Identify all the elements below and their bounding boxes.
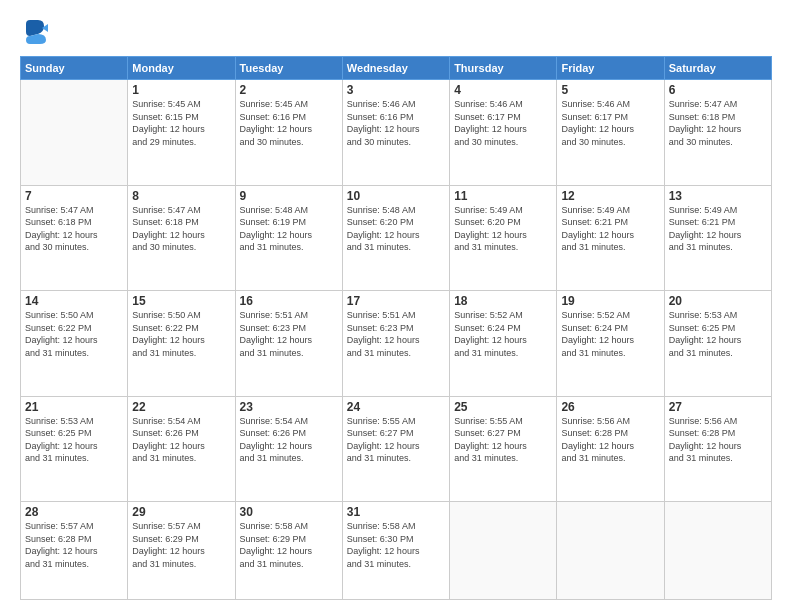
- day-number: 18: [454, 294, 552, 308]
- calendar-cell: 8Sunrise: 5:47 AM Sunset: 6:18 PM Daylig…: [128, 185, 235, 291]
- calendar-cell: 29Sunrise: 5:57 AM Sunset: 6:29 PM Dayli…: [128, 502, 235, 600]
- day-info: Sunrise: 5:58 AM Sunset: 6:29 PM Dayligh…: [240, 520, 338, 570]
- day-number: 10: [347, 189, 445, 203]
- day-number: 2: [240, 83, 338, 97]
- day-info: Sunrise: 5:47 AM Sunset: 6:18 PM Dayligh…: [25, 204, 123, 254]
- calendar-cell: 30Sunrise: 5:58 AM Sunset: 6:29 PM Dayli…: [235, 502, 342, 600]
- day-info: Sunrise: 5:47 AM Sunset: 6:18 PM Dayligh…: [669, 98, 767, 148]
- calendar-cell: 7Sunrise: 5:47 AM Sunset: 6:18 PM Daylig…: [21, 185, 128, 291]
- header-friday: Friday: [557, 57, 664, 80]
- calendar-cell: 17Sunrise: 5:51 AM Sunset: 6:23 PM Dayli…: [342, 291, 449, 397]
- calendar-table: Sunday Monday Tuesday Wednesday Thursday…: [20, 56, 772, 600]
- day-number: 31: [347, 505, 445, 519]
- day-info: Sunrise: 5:49 AM Sunset: 6:21 PM Dayligh…: [669, 204, 767, 254]
- day-info: Sunrise: 5:53 AM Sunset: 6:25 PM Dayligh…: [25, 415, 123, 465]
- day-info: Sunrise: 5:54 AM Sunset: 6:26 PM Dayligh…: [132, 415, 230, 465]
- header-thursday: Thursday: [450, 57, 557, 80]
- calendar-cell: 6Sunrise: 5:47 AM Sunset: 6:18 PM Daylig…: [664, 80, 771, 186]
- calendar-cell: 14Sunrise: 5:50 AM Sunset: 6:22 PM Dayli…: [21, 291, 128, 397]
- day-info: Sunrise: 5:55 AM Sunset: 6:27 PM Dayligh…: [454, 415, 552, 465]
- day-info: Sunrise: 5:56 AM Sunset: 6:28 PM Dayligh…: [561, 415, 659, 465]
- calendar-cell: [557, 502, 664, 600]
- header-tuesday: Tuesday: [235, 57, 342, 80]
- calendar-cell: 18Sunrise: 5:52 AM Sunset: 6:24 PM Dayli…: [450, 291, 557, 397]
- day-info: Sunrise: 5:46 AM Sunset: 6:17 PM Dayligh…: [454, 98, 552, 148]
- calendar-cell: 1Sunrise: 5:45 AM Sunset: 6:15 PM Daylig…: [128, 80, 235, 186]
- header-monday: Monday: [128, 57, 235, 80]
- day-info: Sunrise: 5:48 AM Sunset: 6:19 PM Dayligh…: [240, 204, 338, 254]
- day-info: Sunrise: 5:48 AM Sunset: 6:20 PM Dayligh…: [347, 204, 445, 254]
- calendar-cell: 3Sunrise: 5:46 AM Sunset: 6:16 PM Daylig…: [342, 80, 449, 186]
- calendar-cell: 19Sunrise: 5:52 AM Sunset: 6:24 PM Dayli…: [557, 291, 664, 397]
- day-number: 25: [454, 400, 552, 414]
- calendar-cell: 12Sunrise: 5:49 AM Sunset: 6:21 PM Dayli…: [557, 185, 664, 291]
- weekday-header-row: Sunday Monday Tuesday Wednesday Thursday…: [21, 57, 772, 80]
- day-info: Sunrise: 5:54 AM Sunset: 6:26 PM Dayligh…: [240, 415, 338, 465]
- day-number: 9: [240, 189, 338, 203]
- day-number: 3: [347, 83, 445, 97]
- calendar-cell: 16Sunrise: 5:51 AM Sunset: 6:23 PM Dayli…: [235, 291, 342, 397]
- calendar-week-row: 1Sunrise: 5:45 AM Sunset: 6:15 PM Daylig…: [21, 80, 772, 186]
- day-number: 22: [132, 400, 230, 414]
- calendar-cell: 11Sunrise: 5:49 AM Sunset: 6:20 PM Dayli…: [450, 185, 557, 291]
- calendar-cell: 23Sunrise: 5:54 AM Sunset: 6:26 PM Dayli…: [235, 396, 342, 502]
- day-number: 8: [132, 189, 230, 203]
- day-number: 4: [454, 83, 552, 97]
- day-number: 13: [669, 189, 767, 203]
- day-info: Sunrise: 5:58 AM Sunset: 6:30 PM Dayligh…: [347, 520, 445, 570]
- day-number: 1: [132, 83, 230, 97]
- calendar-cell: 27Sunrise: 5:56 AM Sunset: 6:28 PM Dayli…: [664, 396, 771, 502]
- day-number: 30: [240, 505, 338, 519]
- day-number: 12: [561, 189, 659, 203]
- day-number: 29: [132, 505, 230, 519]
- calendar-week-row: 14Sunrise: 5:50 AM Sunset: 6:22 PM Dayli…: [21, 291, 772, 397]
- calendar-cell: 15Sunrise: 5:50 AM Sunset: 6:22 PM Dayli…: [128, 291, 235, 397]
- calendar-week-row: 7Sunrise: 5:47 AM Sunset: 6:18 PM Daylig…: [21, 185, 772, 291]
- calendar-cell: 20Sunrise: 5:53 AM Sunset: 6:25 PM Dayli…: [664, 291, 771, 397]
- day-number: 21: [25, 400, 123, 414]
- day-info: Sunrise: 5:45 AM Sunset: 6:15 PM Dayligh…: [132, 98, 230, 148]
- day-info: Sunrise: 5:49 AM Sunset: 6:21 PM Dayligh…: [561, 204, 659, 254]
- header-wednesday: Wednesday: [342, 57, 449, 80]
- header-saturday: Saturday: [664, 57, 771, 80]
- calendar-cell: 13Sunrise: 5:49 AM Sunset: 6:21 PM Dayli…: [664, 185, 771, 291]
- calendar-cell: 25Sunrise: 5:55 AM Sunset: 6:27 PM Dayli…: [450, 396, 557, 502]
- day-number: 19: [561, 294, 659, 308]
- calendar-cell: [450, 502, 557, 600]
- day-info: Sunrise: 5:53 AM Sunset: 6:25 PM Dayligh…: [669, 309, 767, 359]
- header: [20, 18, 772, 46]
- day-number: 16: [240, 294, 338, 308]
- day-info: Sunrise: 5:51 AM Sunset: 6:23 PM Dayligh…: [240, 309, 338, 359]
- calendar-week-row: 28Sunrise: 5:57 AM Sunset: 6:28 PM Dayli…: [21, 502, 772, 600]
- day-info: Sunrise: 5:46 AM Sunset: 6:16 PM Dayligh…: [347, 98, 445, 148]
- day-number: 20: [669, 294, 767, 308]
- day-info: Sunrise: 5:50 AM Sunset: 6:22 PM Dayligh…: [25, 309, 123, 359]
- calendar-cell: [21, 80, 128, 186]
- calendar-cell: 31Sunrise: 5:58 AM Sunset: 6:30 PM Dayli…: [342, 502, 449, 600]
- calendar-cell: 4Sunrise: 5:46 AM Sunset: 6:17 PM Daylig…: [450, 80, 557, 186]
- day-info: Sunrise: 5:51 AM Sunset: 6:23 PM Dayligh…: [347, 309, 445, 359]
- day-number: 23: [240, 400, 338, 414]
- calendar-cell: 5Sunrise: 5:46 AM Sunset: 6:17 PM Daylig…: [557, 80, 664, 186]
- day-number: 26: [561, 400, 659, 414]
- day-number: 24: [347, 400, 445, 414]
- day-info: Sunrise: 5:57 AM Sunset: 6:29 PM Dayligh…: [132, 520, 230, 570]
- day-number: 14: [25, 294, 123, 308]
- calendar-cell: 2Sunrise: 5:45 AM Sunset: 6:16 PM Daylig…: [235, 80, 342, 186]
- logo-icon: [20, 18, 48, 46]
- calendar-cell: 9Sunrise: 5:48 AM Sunset: 6:19 PM Daylig…: [235, 185, 342, 291]
- day-number: 11: [454, 189, 552, 203]
- page: Sunday Monday Tuesday Wednesday Thursday…: [0, 0, 792, 612]
- calendar-cell: 10Sunrise: 5:48 AM Sunset: 6:20 PM Dayli…: [342, 185, 449, 291]
- day-info: Sunrise: 5:49 AM Sunset: 6:20 PM Dayligh…: [454, 204, 552, 254]
- day-info: Sunrise: 5:52 AM Sunset: 6:24 PM Dayligh…: [561, 309, 659, 359]
- calendar-cell: 22Sunrise: 5:54 AM Sunset: 6:26 PM Dayli…: [128, 396, 235, 502]
- day-info: Sunrise: 5:45 AM Sunset: 6:16 PM Dayligh…: [240, 98, 338, 148]
- day-info: Sunrise: 5:52 AM Sunset: 6:24 PM Dayligh…: [454, 309, 552, 359]
- calendar-cell: 21Sunrise: 5:53 AM Sunset: 6:25 PM Dayli…: [21, 396, 128, 502]
- day-info: Sunrise: 5:56 AM Sunset: 6:28 PM Dayligh…: [669, 415, 767, 465]
- day-info: Sunrise: 5:57 AM Sunset: 6:28 PM Dayligh…: [25, 520, 123, 570]
- day-info: Sunrise: 5:50 AM Sunset: 6:22 PM Dayligh…: [132, 309, 230, 359]
- day-number: 7: [25, 189, 123, 203]
- calendar-cell: 24Sunrise: 5:55 AM Sunset: 6:27 PM Dayli…: [342, 396, 449, 502]
